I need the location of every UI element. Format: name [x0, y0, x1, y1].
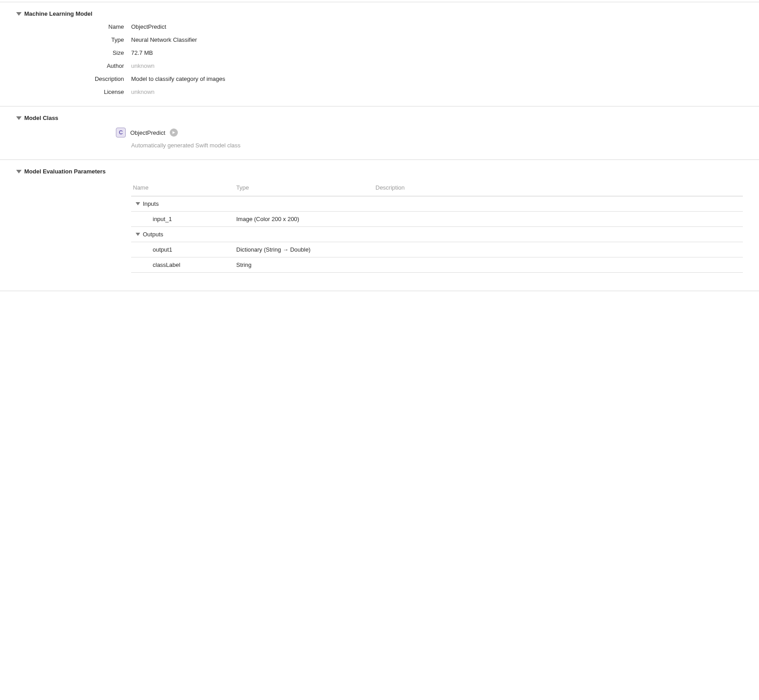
section-model-class: Model Class C ObjectPredict Automaticall…	[0, 106, 759, 159]
column-header-type: Type	[236, 184, 375, 191]
param-type: Dictionary (String → Double)	[236, 246, 375, 253]
param-name: classLabel	[133, 261, 236, 268]
model-class-row: C ObjectPredict	[116, 128, 743, 137]
param-name: input_1	[133, 216, 236, 222]
table-row: output1 Dictionary (String → Double)	[131, 242, 743, 257]
model-class-name[interactable]: ObjectPredict	[130, 129, 165, 136]
field-value-description: Model to classify category of images	[131, 75, 743, 82]
param-type: String	[236, 261, 375, 268]
field-value-type: Neural Network Classifier	[131, 36, 743, 43]
model-class-subtitle: Automatically generated Swift model clas…	[131, 142, 743, 149]
disclosure-triangle-icon[interactable]	[16, 116, 22, 120]
column-header-description: Description	[375, 184, 741, 191]
field-value-size: 72.7 MB	[131, 49, 743, 56]
field-label-description: Description	[16, 75, 124, 82]
parameters-table: Name Type Description Inputs input_1 Ima…	[131, 181, 743, 273]
section-model-eval-params: Model Evaluation Parameters Name Type De…	[0, 160, 759, 284]
field-label-author: Author	[16, 62, 124, 69]
group-label: Inputs	[143, 200, 159, 207]
section-header-eval-params: Model Evaluation Parameters	[16, 168, 743, 175]
section-machine-learning-model: Machine Learning Model Name ObjectPredic…	[0, 2, 759, 106]
section-title: Machine Learning Model	[24, 10, 93, 17]
group-label: Outputs	[143, 231, 163, 238]
field-label-size: Size	[16, 49, 124, 56]
table-header-row: Name Type Description	[131, 181, 743, 196]
disclosure-triangle-icon[interactable]	[136, 202, 140, 205]
param-type: Image (Color 200 x 200)	[236, 216, 375, 222]
table-row: classLabel String	[131, 257, 743, 273]
reveal-in-finder-icon[interactable]	[170, 128, 178, 137]
param-name: output1	[133, 246, 236, 253]
field-label-name: Name	[16, 23, 124, 30]
group-row-outputs[interactable]: Outputs	[131, 227, 743, 242]
field-value-license: unknown	[131, 89, 743, 95]
column-header-name: Name	[133, 184, 236, 191]
table-row: input_1 Image (Color 200 x 200)	[131, 212, 743, 227]
section-header-model-class: Model Class	[16, 115, 743, 121]
model-info-grid: Name ObjectPredict Type Neural Network C…	[16, 23, 743, 95]
disclosure-triangle-icon[interactable]	[136, 233, 140, 236]
section-title: Model Evaluation Parameters	[24, 168, 106, 175]
field-label-license: License	[16, 89, 124, 95]
field-label-type: Type	[16, 36, 124, 43]
disclosure-triangle-icon[interactable]	[16, 170, 22, 173]
field-value-name: ObjectPredict	[131, 23, 743, 30]
section-title: Model Class	[24, 115, 58, 121]
swift-class-icon: C	[116, 128, 126, 137]
group-row-inputs[interactable]: Inputs	[131, 196, 743, 212]
class-icon-letter: C	[119, 129, 123, 136]
field-value-author: unknown	[131, 62, 743, 69]
section-header-ml-model: Machine Learning Model	[16, 10, 743, 17]
disclosure-triangle-icon[interactable]	[16, 12, 22, 16]
